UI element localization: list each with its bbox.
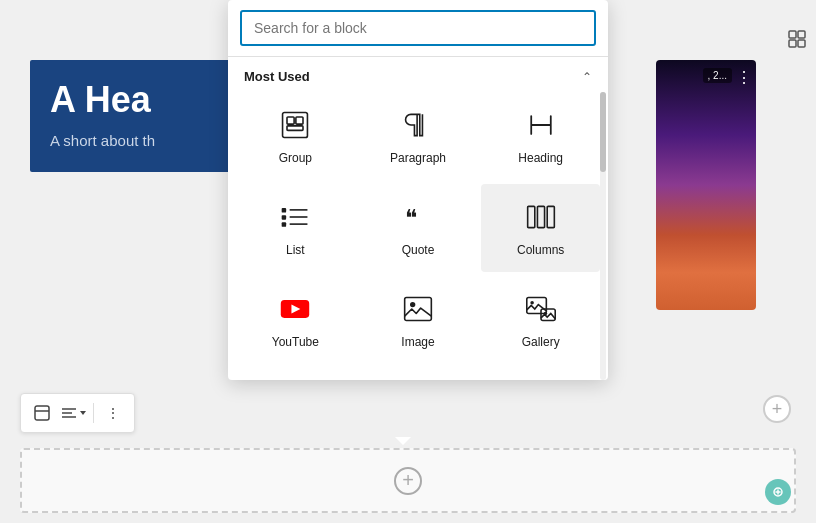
search-block-dropdown: Most Used ⌃ Group	[228, 0, 608, 380]
svg-point-24	[410, 302, 415, 307]
svg-rect-19	[537, 206, 544, 227]
svg-rect-6	[296, 117, 303, 124]
content-heading: A Hea	[50, 80, 210, 120]
svg-rect-1	[798, 31, 805, 38]
block-label-heading: Heading	[518, 151, 563, 165]
image-icon	[400, 291, 436, 327]
block-item-columns[interactable]: Columns	[481, 184, 600, 272]
svg-rect-20	[547, 206, 554, 227]
svg-rect-5	[287, 117, 294, 124]
content-subtext: A short about th	[50, 130, 210, 153]
most-used-header: Most Used ⌃	[228, 57, 608, 92]
add-block-circle: +	[394, 467, 422, 495]
block-item-paragraph[interactable]: Paragraph	[359, 92, 478, 180]
list-icon	[277, 199, 313, 235]
add-block-area[interactable]: +	[20, 448, 796, 513]
block-item-image[interactable]: Image	[359, 276, 478, 364]
teal-circle-indicator	[765, 479, 791, 505]
svg-rect-14	[282, 208, 286, 212]
resize-icon[interactable]	[788, 30, 806, 52]
align-button[interactable]	[59, 398, 89, 428]
block-label-columns: Columns	[517, 243, 564, 257]
columns-icon	[523, 199, 559, 235]
svg-rect-0	[789, 31, 796, 38]
bottom-toolbar: ⋮	[20, 393, 135, 433]
right-add-button[interactable]: +	[763, 395, 791, 423]
more-options-button[interactable]: ⋮	[98, 398, 128, 428]
svg-text:❝: ❝	[405, 205, 417, 231]
block-label-group: Group	[279, 151, 312, 165]
block-item-group[interactable]: Group	[236, 92, 355, 180]
paragraph-icon	[400, 107, 436, 143]
toolbar-divider	[93, 403, 94, 423]
block-item-gallery[interactable]: Gallery	[481, 276, 600, 364]
block-label-list: List	[286, 243, 305, 257]
svg-point-26	[530, 301, 534, 305]
block-label-gallery: Gallery	[522, 335, 560, 349]
block-item-heading[interactable]: Heading	[481, 92, 600, 180]
gallery-icon	[523, 291, 559, 327]
dropdown-arrow	[395, 437, 411, 445]
image-dots-menu[interactable]: ⋮	[736, 68, 752, 87]
content-block: A Hea A short about th	[30, 60, 230, 172]
svg-rect-25	[526, 297, 546, 313]
search-input[interactable]	[240, 10, 596, 46]
search-input-wrapper	[228, 0, 608, 57]
select-block-button[interactable]	[27, 398, 57, 428]
svg-rect-29	[35, 406, 49, 420]
heading-icon	[523, 107, 559, 143]
youtube-icon	[277, 291, 313, 327]
block-label-paragraph: Paragraph	[390, 151, 446, 165]
svg-rect-2	[789, 40, 796, 47]
block-item-youtube[interactable]: YouTube	[236, 276, 355, 364]
most-used-title: Most Used	[244, 69, 310, 84]
image-overlay: , 2... ⋮	[656, 60, 756, 310]
scrollbar-thumb[interactable]	[600, 92, 606, 172]
svg-rect-3	[798, 40, 805, 47]
svg-rect-15	[282, 215, 286, 219]
quote-icon: ❝	[400, 199, 436, 235]
block-label-youtube: YouTube	[272, 335, 319, 349]
image-badge: , 2...	[703, 68, 732, 83]
svg-rect-7	[287, 126, 303, 130]
block-label-quote: Quote	[402, 243, 435, 257]
svg-rect-18	[527, 206, 534, 227]
blocks-scrollable: Group Paragraph Heading	[228, 92, 608, 380]
block-item-list[interactable]: List	[236, 184, 355, 272]
collapse-most-used[interactable]: ⌃	[582, 70, 592, 84]
svg-rect-4	[283, 113, 308, 138]
group-icon	[277, 107, 313, 143]
block-label-image: Image	[401, 335, 434, 349]
blocks-grid: Group Paragraph Heading	[236, 92, 600, 364]
svg-rect-23	[405, 297, 432, 320]
svg-rect-16	[282, 222, 286, 226]
block-item-quote[interactable]: ❝ Quote	[359, 184, 478, 272]
scrollbar-track	[600, 92, 606, 380]
